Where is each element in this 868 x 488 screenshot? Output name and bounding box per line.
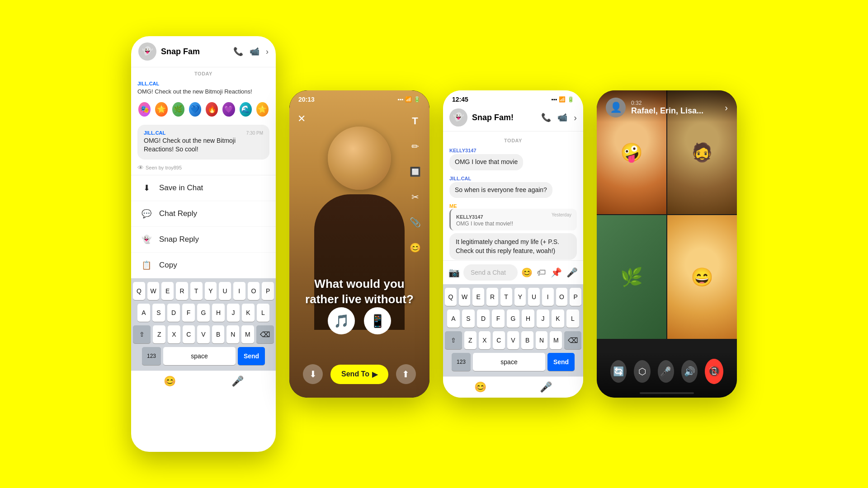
- p3-key-P[interactable]: P: [570, 288, 581, 306]
- key-V[interactable]: V: [197, 325, 210, 343]
- p3-key-Q[interactable]: Q: [445, 288, 457, 306]
- key-C[interactable]: C: [183, 325, 195, 343]
- sticker-input-icon[interactable]: 🏷: [537, 267, 546, 278]
- key-U[interactable]: U: [219, 282, 231, 300]
- copy-item[interactable]: 📋 Copy: [131, 253, 276, 278]
- save-in-chat-item[interactable]: ⬇ Save in Chat: [131, 175, 276, 201]
- key-D[interactable]: D: [167, 304, 180, 322]
- key-N[interactable]: N: [226, 325, 239, 343]
- p3-key-G[interactable]: G: [507, 310, 519, 328]
- p3-key-W[interactable]: W: [459, 288, 471, 306]
- p3-key-M[interactable]: M: [550, 331, 562, 349]
- emoji-input-icon[interactable]: 😊: [521, 267, 533, 278]
- snap-reply-item[interactable]: 👻 Snap Reply: [131, 227, 276, 253]
- p3-key-N[interactable]: N: [536, 331, 548, 349]
- p3-key-123[interactable]: 123: [452, 353, 471, 371]
- p3-key-Y[interactable]: Y: [514, 288, 526, 306]
- phone3-call-icon[interactable]: 📞: [541, 113, 551, 123]
- p3-key-S[interactable]: S: [462, 310, 475, 328]
- p3-key-shift[interactable]: ⇧: [445, 331, 462, 349]
- p3-key-space[interactable]: space: [473, 353, 545, 371]
- phone3-emoji-icon[interactable]: 😊: [474, 381, 486, 393]
- key-X[interactable]: X: [168, 325, 180, 343]
- key-shift[interactable]: ⇧: [133, 325, 151, 343]
- p3-key-C[interactable]: C: [493, 331, 505, 349]
- p3-key-X[interactable]: X: [479, 331, 491, 349]
- p3-key-V[interactable]: V: [507, 331, 519, 349]
- key-O[interactable]: O: [248, 282, 260, 300]
- camera-flip-button[interactable]: 🔄: [610, 360, 627, 383]
- text-tool[interactable]: T: [407, 113, 423, 129]
- key-space[interactable]: space: [163, 347, 236, 365]
- key-P[interactable]: P: [262, 282, 274, 300]
- pencil-tool[interactable]: ✏: [407, 138, 423, 155]
- key-Q[interactable]: Q: [133, 282, 145, 300]
- phone4-more-button[interactable]: ⬡: [634, 360, 650, 383]
- key-J[interactable]: J: [227, 304, 240, 322]
- key-123[interactable]: 123: [142, 347, 161, 365]
- p3-key-D[interactable]: D: [477, 310, 490, 328]
- p3-key-delete[interactable]: ⌫: [564, 331, 581, 349]
- key-I[interactable]: I: [233, 282, 245, 300]
- p3-key-E[interactable]: E: [472, 288, 484, 306]
- key-W[interactable]: W: [147, 282, 160, 300]
- key-L[interactable]: L: [257, 304, 269, 322]
- emoji-icon[interactable]: 😊: [164, 375, 176, 387]
- camera-icon[interactable]: 📷: [448, 267, 460, 278]
- phone-option[interactable]: 📱: [364, 307, 391, 334]
- bitmoji-input-icon[interactable]: 📌: [551, 267, 562, 278]
- chat-input-field[interactable]: Send a Chat: [463, 264, 518, 281]
- phone3-forward-icon[interactable]: ›: [574, 113, 577, 123]
- share-icon[interactable]: ⬆: [396, 364, 416, 384]
- key-M[interactable]: M: [241, 325, 254, 343]
- p3-key-L[interactable]: L: [566, 310, 579, 328]
- p3-key-A[interactable]: A: [447, 310, 460, 328]
- speaker-button[interactable]: 🔊: [681, 360, 698, 383]
- p3-key-T[interactable]: T: [500, 288, 512, 306]
- end-call-button[interactable]: 📵: [705, 359, 723, 384]
- phone3-video-icon[interactable]: 📹: [557, 113, 567, 123]
- send-to-button[interactable]: Send To ▶: [330, 365, 388, 384]
- p3-key-F[interactable]: F: [492, 310, 505, 328]
- phone3-mic-icon[interactable]: 🎤: [540, 381, 552, 393]
- key-B[interactable]: B: [212, 325, 225, 343]
- bitmoji-tool[interactable]: 😊: [407, 239, 423, 256]
- p3-key-H[interactable]: H: [522, 310, 534, 328]
- p3-key-R[interactable]: R: [486, 288, 498, 306]
- key-Y[interactable]: Y: [205, 282, 217, 300]
- key-delete[interactable]: ⌫: [256, 325, 274, 343]
- key-T[interactable]: T: [190, 282, 203, 300]
- p3-key-B[interactable]: B: [521, 331, 533, 349]
- mic-input-icon[interactable]: 🎤: [566, 267, 578, 278]
- p3-key-U[interactable]: U: [528, 288, 540, 306]
- p3-key-I[interactable]: I: [542, 288, 554, 306]
- mic-icon[interactable]: 🎤: [231, 375, 244, 387]
- forward-icon[interactable]: ›: [266, 47, 269, 56]
- key-R[interactable]: R: [176, 282, 188, 300]
- chat-reply-item[interactable]: 💬 Chat Reply: [131, 201, 276, 227]
- snap-close-button[interactable]: ✕: [297, 113, 306, 125]
- sticker-tool[interactable]: 🔲: [407, 164, 423, 180]
- key-Z[interactable]: Z: [153, 325, 165, 343]
- key-send[interactable]: Send: [238, 347, 265, 365]
- scissors-tool[interactable]: ✂: [407, 189, 423, 205]
- music-option[interactable]: 🎵: [328, 307, 355, 334]
- p3-key-send[interactable]: Send: [547, 353, 575, 371]
- mute-mic-button[interactable]: 🎤: [658, 360, 674, 383]
- call-icon[interactable]: 📞: [233, 47, 243, 56]
- phone4-expand-icon[interactable]: ›: [725, 103, 728, 113]
- p3-key-K[interactable]: K: [552, 310, 564, 328]
- p3-key-J[interactable]: J: [537, 310, 549, 328]
- key-G[interactable]: G: [197, 304, 210, 322]
- key-H[interactable]: H: [212, 304, 225, 322]
- key-A[interactable]: A: [137, 304, 150, 322]
- key-K[interactable]: K: [242, 304, 255, 322]
- key-E[interactable]: E: [161, 282, 174, 300]
- key-F[interactable]: F: [182, 304, 195, 322]
- key-S[interactable]: S: [152, 304, 165, 322]
- attachment-tool[interactable]: 📎: [407, 214, 423, 230]
- p3-key-Z[interactable]: Z: [464, 331, 476, 349]
- p3-key-O[interactable]: O: [556, 288, 568, 306]
- download-icon[interactable]: ⬇: [303, 364, 323, 384]
- video-icon[interactable]: 📹: [250, 47, 259, 56]
